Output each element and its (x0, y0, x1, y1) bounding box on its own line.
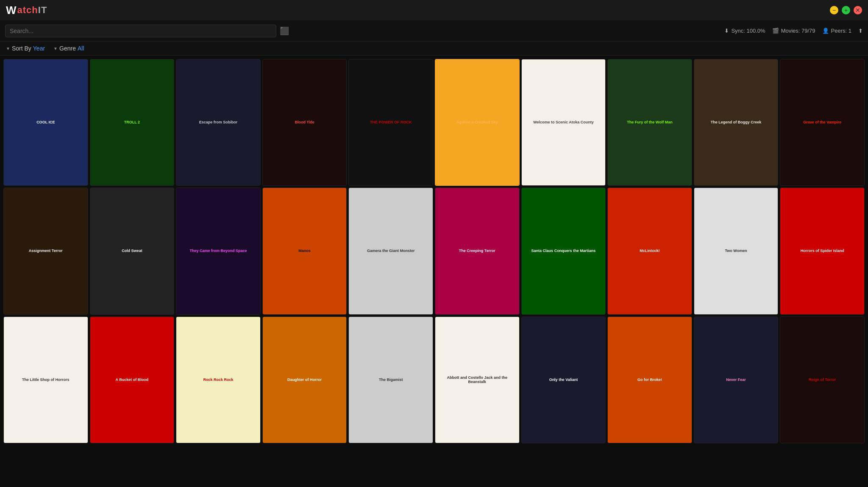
movie-title: Against a Crooked Sky (456, 120, 499, 126)
movie-card[interactable]: Manos (262, 188, 347, 314)
movies-status: 🎬 Movies: 79/79 (772, 28, 815, 34)
movie-title: Abbott and Costello Jack and the Beansta… (438, 375, 517, 385)
movie-card[interactable]: Never Fear (694, 316, 779, 443)
maximize-button[interactable]: + (842, 6, 850, 14)
movie-title: THE POWER OF ROCK (369, 120, 413, 126)
genre-label: Genre (59, 45, 76, 52)
movie-title: Grave of the Vampire (802, 120, 842, 126)
movie-card[interactable]: Horrors of Spider Island (780, 188, 865, 314)
search-input[interactable] (5, 25, 276, 37)
movie-title: The Little Shop of Horrors (21, 377, 70, 383)
sync-status: ⬇ Sync: 100.0% (724, 28, 765, 34)
movie-title: Escape from Sobibor (198, 120, 239, 126)
movie-card[interactable]: Only the Valiant (521, 316, 606, 443)
movies-label: Movies: 79/79 (781, 28, 815, 34)
movie-card[interactable]: Escape from Sobibor (176, 59, 261, 186)
genre-value: All (78, 45, 84, 52)
movie-title: Reign of Terror (808, 377, 837, 383)
movie-title: Cold Sweat (121, 248, 143, 254)
movie-card[interactable]: Rock Rock Rock (176, 316, 261, 443)
movie-card[interactable]: Blood Tide (262, 59, 347, 186)
movie-title: Go for Broke! (637, 377, 663, 383)
movie-card[interactable]: Grave of the Vampire (780, 59, 865, 186)
movie-title: The Fury of the Wolf Man (626, 120, 673, 126)
movie-title: Daughter of Horror (287, 377, 323, 383)
movie-title: Assignment Terror (28, 248, 64, 254)
movie-title: Two Women (724, 248, 748, 254)
movie-title: McLintock! (639, 248, 661, 254)
movie-card[interactable]: Go for Broke! (607, 316, 692, 443)
peers-icon: 👤 (822, 28, 829, 34)
movie-title: Gamera the Giant Monster (366, 248, 416, 254)
movie-title: The Legend of Boggy Creek (710, 120, 762, 126)
logo-w-icon: W (6, 4, 17, 17)
movie-card[interactable]: Gamera the Giant Monster (348, 188, 433, 314)
movie-card[interactable]: Abbott and Costello Jack and the Beansta… (435, 316, 520, 443)
logo-w-letter: W (6, 4, 17, 17)
movie-card[interactable]: Assignment Terror (3, 188, 88, 314)
movie-title: Only the Valiant (548, 377, 579, 383)
movie-title: Santa Claus Conquers the Martians (531, 248, 597, 254)
movie-card[interactable]: THE POWER OF ROCK (348, 59, 433, 186)
sort-filter[interactable]: ▼ Sort By Year (6, 45, 45, 52)
movie-card[interactable]: Daughter of Horror (262, 316, 347, 443)
movie-title: COOL ICE (36, 120, 56, 126)
movie-title: The Creeping Terror (458, 248, 496, 254)
close-button[interactable]: ✕ (854, 6, 862, 14)
peers-status: 👤 Peers: 1 (822, 28, 851, 34)
movie-title: Never Fear (725, 377, 747, 383)
genre-filter[interactable]: ▼ Genre All (53, 45, 84, 52)
movie-title: Welcome to Scenic Atoka County (532, 120, 595, 126)
movie-title: Rock Rock Rock (202, 377, 234, 383)
movie-card[interactable]: The Fury of the Wolf Man (607, 59, 692, 186)
movie-card[interactable]: They Came from Beyond Space (176, 188, 261, 314)
sort-label: Sort By (12, 45, 31, 52)
movie-card[interactable]: McLintock! (607, 188, 692, 314)
movie-title: A Bucket of Blood (115, 377, 150, 383)
movie-title: The Bigamist (378, 377, 404, 383)
movie-card[interactable]: The Legend of Boggy Creek (694, 59, 779, 186)
sort-value: Year (33, 45, 45, 52)
movie-card[interactable]: The Bigamist (348, 316, 433, 443)
window-controls: − + ✕ (830, 6, 862, 14)
movies-icon: 🎬 (772, 28, 779, 34)
status-bar: ⬇ Sync: 100.0% 🎬 Movies: 79/79 👤 Peers: … (724, 28, 863, 34)
movie-card[interactable]: Reign of Terror (780, 316, 865, 443)
peers-label: Peers: 1 (831, 28, 851, 34)
movie-title: Horrors of Spider Island (800, 248, 845, 254)
sync-label: Sync: 100.0% (731, 28, 765, 34)
movie-grid: COOL ICE TROLL 2 Escape from Sobibor Blo… (0, 56, 868, 447)
movie-card[interactable]: A Bucket of Blood (90, 316, 175, 443)
logo-it-part: IT (38, 5, 47, 15)
movie-title: Blood Tide (294, 120, 315, 126)
movie-title: Manos (298, 248, 312, 254)
search-bar: ⬛ ⬇ Sync: 100.0% 🎬 Movies: 79/79 👤 Peers… (0, 20, 868, 42)
movie-title: They Came from Beyond Space (189, 248, 248, 254)
movie-card[interactable]: The Creeping Terror (435, 188, 520, 314)
sync-icon: ⬇ (724, 28, 729, 34)
genre-arrow-icon: ▼ (53, 46, 58, 51)
logo-watch-part: atch (17, 5, 38, 15)
logo-text: atchIT (17, 5, 47, 16)
minimize-button[interactable]: − (830, 6, 838, 14)
movie-card[interactable]: TROLL 2 (90, 59, 175, 186)
movie-card[interactable]: Two Women (694, 188, 779, 314)
monitor-icon: ⬛ (280, 26, 289, 36)
movie-card[interactable]: Cold Sweat (90, 188, 175, 314)
movie-title: TROLL 2 (123, 120, 141, 126)
filter-bar: ▼ Sort By Year ▼ Genre All (0, 42, 868, 56)
movie-card[interactable]: Welcome to Scenic Atoka County (521, 59, 606, 186)
movie-card[interactable]: Santa Claus Conquers the Martians (521, 188, 606, 314)
sort-arrow-icon: ▼ (6, 46, 10, 51)
movie-card[interactable]: Against a Crooked Sky (435, 59, 520, 186)
titlebar: W atchIT − + ✕ (0, 0, 868, 20)
movie-card[interactable]: COOL ICE (3, 59, 88, 186)
export-icon[interactable]: ⬆ (858, 28, 863, 34)
app-logo: W atchIT (6, 4, 47, 17)
movie-card[interactable]: The Little Shop of Horrors (3, 316, 88, 443)
